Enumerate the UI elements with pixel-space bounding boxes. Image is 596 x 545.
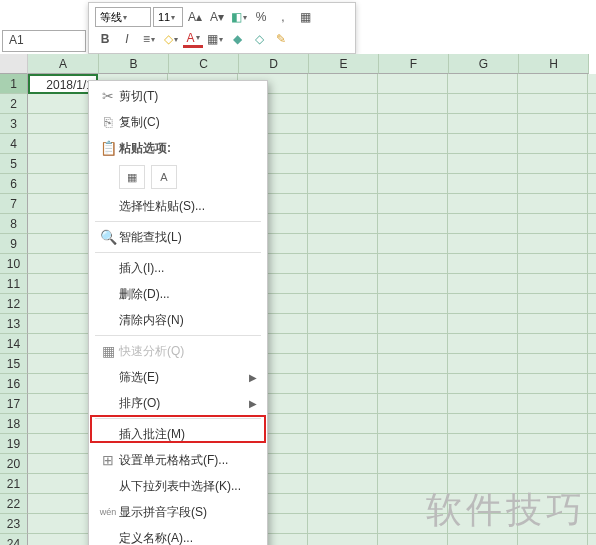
menu-item[interactable]: 定义名称(A)... [89,525,267,545]
menu-item[interactable]: ⊞设置单元格格式(F)... [89,447,267,473]
menu-item[interactable]: 筛选(E)▶ [89,364,267,390]
accounting-format-icon[interactable]: ◧▾ [229,7,249,27]
font-color-icon[interactable]: A▾ [183,31,203,48]
chevron-right-icon: ▶ [249,372,257,383]
font-size-value: 11 [158,11,170,23]
column-header[interactable]: A [28,54,99,74]
menu-item[interactable]: 插入(I)... [89,255,267,281]
menu-label: 设置单元格格式(F)... [119,452,257,469]
row-header[interactable]: 16 [0,374,28,394]
menu-item[interactable]: wén显示拼音字段(S) [89,499,267,525]
menu-item[interactable]: 从下拉列表中选择(K)... [89,473,267,499]
menu-icon: wén [97,507,119,517]
menu-label: 插入(I)... [119,260,257,277]
column-header[interactable]: E [309,54,379,74]
menu-item[interactable]: 排序(O)▶ [89,390,267,416]
column-header[interactable]: H [519,54,589,74]
menu-label: 剪切(T) [119,88,257,105]
menu-item[interactable]: 🔍智能查找(L) [89,224,267,250]
column-header[interactable]: F [379,54,449,74]
menu-label: 删除(D)... [119,286,257,303]
row-header[interactable]: 18 [0,414,28,434]
menu-label: 定义名称(A)... [119,530,257,546]
row-header[interactable]: 15 [0,354,28,374]
menu-item[interactable]: ▦快速分析(Q) [89,338,267,364]
chevron-down-icon: ▾ [219,35,223,44]
menu-item[interactable]: 选择性粘贴(S)... [89,193,267,219]
column-headers: ABCDEFGH [0,54,596,74]
row-header[interactable]: 4 [0,134,28,154]
row-header[interactable]: 12 [0,294,28,314]
menu-label: 显示拼音字段(S) [119,504,257,521]
select-all-corner[interactable] [0,54,28,74]
menu-item[interactable]: ✂剪切(T) [89,83,267,109]
row-header[interactable]: 11 [0,274,28,294]
row-header[interactable]: 9 [0,234,28,254]
increase-font-icon[interactable]: A▴ [185,7,205,27]
borders-icon[interactable]: ▦ [295,7,315,27]
row-header[interactable]: 20 [0,454,28,474]
menu-separator [95,252,261,253]
row-header[interactable]: 24 [0,534,28,545]
name-box[interactable]: A1 [2,30,86,52]
row-header[interactable]: 13 [0,314,28,334]
menu-separator [95,418,261,419]
menu-label: 粘贴选项: [119,140,257,157]
paste-option-button[interactable]: ▦ [119,165,145,189]
column-header[interactable]: G [449,54,519,74]
column-header[interactable]: C [169,54,239,74]
row-header[interactable]: 8 [0,214,28,234]
decrease-decimal-icon[interactable]: ◆ [227,29,247,49]
menu-item[interactable]: 插入批注(M) [89,421,267,447]
row-header[interactable]: 7 [0,194,28,214]
menu-label: 选择性粘贴(S)... [119,198,257,215]
row-header[interactable]: 10 [0,254,28,274]
italic-button[interactable]: I [117,29,137,49]
increase-decimal-icon[interactable]: ◇ [249,29,269,49]
chevron-down-icon: ▾ [174,35,178,44]
column-header[interactable]: D [239,54,309,74]
watermark: 软件技巧 [426,486,586,535]
borders-icon[interactable]: ▦▾ [205,29,225,49]
menu-icon: ▦ [97,343,119,359]
chevron-down-icon: ▾ [123,13,127,22]
format-painter-icon[interactable]: ✎ [271,29,291,49]
menu-label: 从下拉列表中选择(K)... [119,478,257,495]
mini-toolbar: 等线▾ 11▾ A▴ A▾ ◧▾ % , ▦ B I ≡▾ ◇▾ A▾ ▦▾ ◆… [88,2,356,54]
menu-label: 排序(O) [119,395,249,412]
comma-icon[interactable]: , [273,7,293,27]
row-header[interactable]: 14 [0,334,28,354]
menu-separator [95,335,261,336]
chevron-down-icon: ▾ [171,13,175,22]
menu-label: 筛选(E) [119,369,249,386]
menu-item[interactable]: ⎘复制(C) [89,109,267,135]
row-header[interactable]: 17 [0,394,28,414]
font-size-select[interactable]: 11▾ [153,7,183,27]
percent-icon[interactable]: % [251,7,271,27]
chevron-down-icon: ▾ [243,13,247,22]
row-header[interactable]: 6 [0,174,28,194]
row-header[interactable]: 3 [0,114,28,134]
row-header[interactable]: 22 [0,494,28,514]
decrease-font-icon[interactable]: A▾ [207,7,227,27]
align-icon[interactable]: ≡▾ [139,29,159,49]
row-headers: 123456789101112131415161718192021222324 [0,74,28,545]
row-header[interactable]: 1 [0,74,28,94]
menu-item[interactable]: 删除(D)... [89,281,267,307]
menu-item[interactable]: 清除内容(N) [89,307,267,333]
menu-item: 📋粘贴选项: [89,135,267,161]
column-header[interactable]: B [99,54,169,74]
row-header[interactable]: 5 [0,154,28,174]
bold-button[interactable]: B [95,29,115,49]
context-menu: ✂剪切(T)⎘复制(C)📋粘贴选项:▦A选择性粘贴(S)...🔍智能查找(L)插… [88,80,268,545]
paste-option-button[interactable]: A [151,165,177,189]
row-header[interactable]: 21 [0,474,28,494]
row-header[interactable]: 19 [0,434,28,454]
row-header[interactable]: 2 [0,94,28,114]
menu-label: 清除内容(N) [119,312,257,329]
menu-icon: ⊞ [97,452,119,468]
menu-icon: 📋 [97,140,119,156]
row-header[interactable]: 23 [0,514,28,534]
font-family-select[interactable]: 等线▾ [95,7,151,27]
fill-color-icon[interactable]: ◇▾ [161,29,181,49]
